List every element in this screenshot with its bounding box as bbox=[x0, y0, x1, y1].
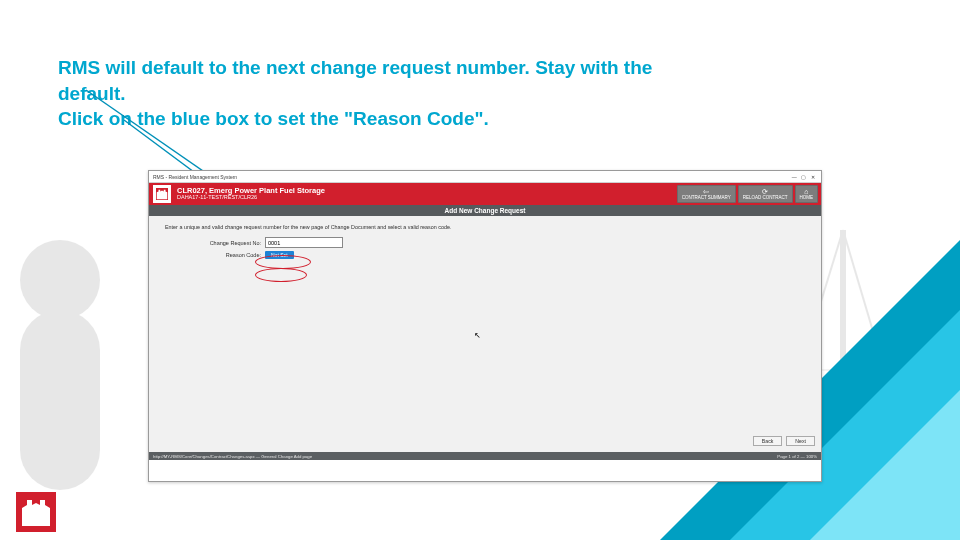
status-left: http://MY-RMS/Core/Changes/ContractChang… bbox=[153, 454, 312, 459]
change-request-no-label: Change Request No: bbox=[183, 240, 261, 246]
form-body: Enter a unique and valid change request … bbox=[149, 216, 821, 452]
home-icon: ⌂ bbox=[804, 188, 808, 195]
usace-badge-icon bbox=[16, 492, 56, 532]
change-request-no-input[interactable] bbox=[265, 237, 343, 248]
reload-icon: ⟳ bbox=[762, 188, 768, 195]
maximize-button[interactable]: ▢ bbox=[800, 174, 808, 180]
highlight-circle-1 bbox=[255, 255, 311, 269]
heading-line1: RMS will default to the next change requ… bbox=[58, 57, 652, 104]
status-bar: http://MY-RMS/Core/Changes/ContractChang… bbox=[149, 452, 821, 460]
status-right: Page 1 of 2 — 100% bbox=[777, 454, 817, 459]
window-titlebar: RMS - Resident Management System — ▢ ✕ bbox=[149, 171, 821, 183]
home-button[interactable]: ⌂ HOME bbox=[795, 185, 819, 204]
app-window: RMS - Resident Management System — ▢ ✕ C… bbox=[148, 170, 822, 482]
section-header: Add New Change Request bbox=[149, 205, 821, 216]
instruction-text: Enter a unique and valid change request … bbox=[149, 216, 821, 234]
decor-triangle-small bbox=[810, 390, 960, 540]
reload-contract-button[interactable]: ⟳ RELOAD CONTRACT bbox=[738, 185, 793, 204]
cursor-icon: ↖ bbox=[474, 331, 481, 340]
project-subtitle: DAHA17-11-TEST/REST/CLR26 bbox=[177, 195, 325, 201]
header-band: CLR027, Emerg Power Plant Fuel Storage D… bbox=[149, 183, 821, 205]
heading-line2: Click on the blue box to set the "Reason… bbox=[58, 108, 489, 129]
contract-summary-button[interactable]: ⇦ CONTRACT SUMMARY bbox=[677, 185, 736, 204]
highlight-circle-2 bbox=[255, 268, 307, 282]
close-button[interactable]: ✕ bbox=[809, 174, 817, 180]
reason-code-label: Reason Code: bbox=[183, 252, 261, 258]
back-button[interactable]: Back bbox=[753, 436, 783, 446]
window-title: RMS - Resident Management System bbox=[153, 174, 237, 180]
minimize-button[interactable]: — bbox=[790, 174, 798, 180]
usace-logo-icon bbox=[153, 185, 171, 203]
svg-point-1 bbox=[20, 240, 100, 320]
back-arrow-icon: ⇦ bbox=[703, 188, 709, 195]
change-request-no-field: Change Request No: bbox=[183, 237, 821, 248]
window-controls: — ▢ ✕ bbox=[790, 174, 817, 180]
next-button[interactable]: Next bbox=[786, 436, 815, 446]
project-title-block: CLR027, Emerg Power Plant Fuel Storage D… bbox=[177, 187, 325, 201]
slide-heading: RMS will default to the next change requ… bbox=[58, 55, 698, 132]
svg-rect-0 bbox=[20, 310, 100, 490]
